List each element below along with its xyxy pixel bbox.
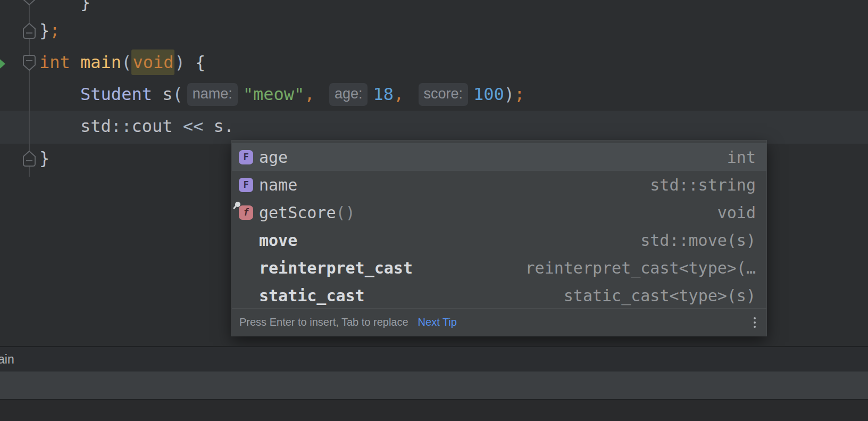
- code-token: ,: [394, 84, 404, 104]
- pin-icon: [235, 202, 240, 207]
- breadcrumb-bar: ain: [0, 346, 868, 372]
- completion-item-label: getScore(): [259, 203, 355, 222]
- code-token: {: [195, 52, 205, 72]
- code-token: Student: [80, 84, 152, 104]
- code-line: std::cout << s.: [39, 110, 234, 142]
- code-line: }: [39, 142, 49, 174]
- completion-item-label: name: [259, 176, 297, 194]
- completion-list: F age int F name std::string f getScore(…: [232, 143, 766, 309]
- code-token: ): [504, 84, 514, 104]
- completion-item-label: move: [259, 231, 297, 250]
- completion-item-type: void: [717, 203, 756, 222]
- code-token: s: [152, 84, 173, 104]
- code-line: Student s(name:"meow", age:18, score:100…: [39, 78, 524, 110]
- code-token: ;: [49, 20, 60, 40]
- completion-item[interactable]: move std::move(s): [232, 226, 766, 254]
- completion-item[interactable]: F name std::string: [232, 171, 766, 199]
- code-token: }: [39, 0, 90, 12]
- completion-item-type: reinterpret_cast<type>(…: [525, 259, 756, 277]
- completion-item-type: std::move(s): [640, 231, 756, 250]
- status-bar: [0, 399, 868, 421]
- tool-window-panel: [0, 372, 868, 399]
- completion-item-label: static_cast: [259, 286, 365, 305]
- code-token: cout: [131, 116, 172, 136]
- inlay-hint[interactable]: name:: [187, 83, 238, 106]
- field-icon: F: [239, 150, 253, 164]
- code-token: [185, 52, 195, 72]
- inlay-hint[interactable]: age:: [329, 83, 368, 106]
- code-token: void: [131, 49, 174, 75]
- code-token: int: [39, 52, 70, 72]
- completion-item-label: reinterpret_cast: [259, 259, 413, 277]
- no-icon: [239, 288, 253, 303]
- completion-item-label: age: [259, 148, 288, 167]
- completion-item-type: std::string: [650, 176, 756, 194]
- kebab-menu-icon[interactable]: [752, 315, 758, 330]
- code-token: ;: [514, 84, 524, 104]
- code-token: <<: [183, 116, 204, 136]
- code-token: (: [172, 84, 182, 104]
- function-icon: f: [239, 205, 253, 220]
- code-token: [404, 84, 414, 104]
- completion-item-type: int: [727, 148, 756, 167]
- code-token: (: [121, 52, 131, 72]
- completion-footer: Press Enter to insert, Tab to replace Ne…: [232, 308, 766, 336]
- code-line: };: [39, 14, 60, 46]
- code-token: [70, 52, 80, 72]
- field-icon: F: [239, 178, 253, 192]
- code-token: main: [80, 52, 121, 72]
- code-token: 18: [373, 84, 394, 104]
- code-editor[interactable]: }};int main(void) { Student s(name:"meow…: [0, 0, 868, 346]
- code-token: 100: [473, 84, 504, 104]
- code-token: }: [39, 20, 49, 40]
- code-token: ): [174, 52, 185, 72]
- breadcrumb-item[interactable]: ain: [0, 352, 14, 367]
- code-token: s.: [203, 116, 234, 136]
- code-token: ::: [111, 116, 132, 136]
- code-token: [315, 84, 325, 104]
- completion-item[interactable]: reinterpret_cast reinterpret_cast<type>(…: [232, 254, 766, 282]
- no-icon: [239, 233, 253, 247]
- code-token: std: [39, 116, 111, 136]
- completion-item[interactable]: static_cast static_cast<type>(s): [232, 282, 766, 309]
- code-token: ,: [304, 84, 314, 104]
- code-token: }: [39, 148, 49, 168]
- next-tip-link[interactable]: Next Tip: [418, 316, 457, 328]
- inlay-hint[interactable]: score:: [419, 83, 469, 106]
- completion-item-type: static_cast<type>(s): [564, 286, 756, 305]
- completion-item[interactable]: F age int: [232, 143, 766, 171]
- no-icon: [239, 261, 253, 275]
- ide-window: }};int main(void) { Student s(name:"meow…: [0, 0, 868, 421]
- code-line: int main(void) {: [39, 46, 205, 78]
- code-token: "meow": [243, 84, 305, 104]
- code-token: [39, 84, 80, 104]
- completion-hint: Press Enter to insert, Tab to replace: [239, 316, 408, 328]
- completion-popup: F age int F name std::string f getScore(…: [231, 140, 767, 336]
- completion-item[interactable]: f getScore() void: [232, 199, 766, 226]
- code-token: [172, 116, 182, 136]
